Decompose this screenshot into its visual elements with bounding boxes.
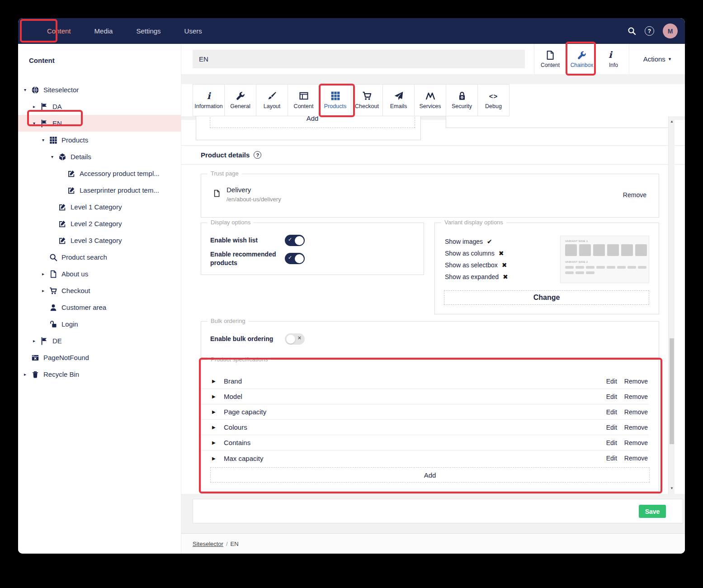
search-icon[interactable] — [628, 27, 636, 35]
remove-link[interactable]: Remove — [624, 439, 648, 446]
tree-item-products[interactable]: ▾Products — [18, 132, 181, 148]
tree-item-laserprinter-product-tem[interactable]: Laserprinter product tem... — [18, 182, 181, 199]
bulk-ordering-legend: Bulk ordering — [208, 318, 249, 324]
add-button-clipped[interactable]: Add — [210, 116, 415, 128]
tree-item-label: EN — [52, 119, 62, 127]
tree-item-level-2-category[interactable]: Level 2 Category — [18, 215, 181, 232]
preview-pill — [596, 266, 605, 269]
tree-item-accessory-product-templ[interactable]: Accessory product templ... — [18, 165, 181, 182]
tree-caret-right-icon[interactable]: ▸ — [33, 104, 40, 109]
topnav-item-content[interactable]: Content — [35, 18, 83, 44]
tree-item-login[interactable]: Login — [18, 316, 181, 332]
editor-app-content[interactable]: Content — [534, 44, 566, 74]
tree-item-siteselector[interactable]: ▾Siteselector — [18, 81, 181, 98]
tree-caret-down-icon[interactable]: ▾ — [24, 87, 31, 92]
expand-caret-icon[interactable]: ▶ — [212, 440, 216, 445]
tree-caret-right-icon[interactable]: ▸ — [33, 338, 40, 343]
editor-app-info[interactable]: iInfo — [598, 44, 629, 74]
tab-information[interactable]: iInformation — [193, 84, 225, 116]
toggle-enable-bulk-ordering[interactable]: ✕ — [285, 333, 305, 345]
breadcrumb-current: EN — [231, 541, 239, 547]
tree-item-checkout[interactable]: ▸Checkout — [18, 282, 181, 299]
help-icon[interactable] — [645, 26, 654, 36]
tree-item-about-us[interactable]: ▸About us — [18, 266, 181, 282]
expand-caret-icon[interactable]: ▶ — [212, 425, 216, 430]
tree-item-de[interactable]: ▸DE — [18, 332, 181, 349]
edit-link[interactable]: Edit — [606, 393, 617, 400]
question-icon[interactable] — [254, 151, 261, 159]
tab-services[interactable]: Services — [414, 84, 446, 116]
expand-caret-icon[interactable]: ▶ — [212, 409, 216, 414]
scrollbar-thumb[interactable] — [670, 338, 674, 444]
scroll-up-arrow[interactable]: ▲ — [669, 120, 675, 123]
tab-layout[interactable]: Layout — [256, 84, 288, 116]
tree-item-product-search[interactable]: Product search — [18, 249, 181, 266]
tab-content[interactable]: Content — [288, 84, 320, 116]
tree-item-en[interactable]: ▾EN — [18, 115, 181, 132]
tab-debug[interactable]: <>Debug — [477, 84, 510, 116]
tree-item-customer-area[interactable]: Customer area — [18, 299, 181, 316]
tree-item-label: Laserprinter product tem... — [80, 186, 159, 194]
specification-name: Colours — [224, 423, 247, 431]
tree-caret-right-icon[interactable]: ▸ — [42, 271, 49, 276]
save-button[interactable]: Save — [639, 505, 666, 518]
editor-app-chainbox[interactable]: Chainbox — [566, 44, 598, 74]
globe-icon — [31, 86, 39, 94]
avatar[interactable]: M — [663, 24, 678, 38]
tree-item-label: Accessory product templ... — [80, 170, 160, 177]
tree-item-level-1-category[interactable]: Level 1 Category — [18, 199, 181, 215]
remove-link[interactable]: Remove — [624, 393, 648, 400]
tab-products[interactable]: Products — [319, 84, 351, 116]
vertical-scrollbar[interactable]: ▲ ▼ — [668, 116, 675, 494]
tree-caret-right-icon[interactable]: ▸ — [42, 288, 49, 293]
tree-caret-right-icon[interactable]: ▸ — [24, 372, 31, 377]
tree-caret-down-icon[interactable]: ▾ — [42, 138, 49, 142]
topnav-item-users[interactable]: Users — [173, 18, 214, 44]
tree-item-level-3-category[interactable]: Level 3 Category — [18, 232, 181, 249]
expand-caret-icon[interactable]: ▶ — [212, 394, 216, 399]
expand-caret-icon[interactable]: ▶ — [212, 456, 216, 461]
tab-checkout[interactable]: Checkout — [351, 84, 383, 116]
remove-link[interactable]: Remove — [624, 424, 648, 431]
tree-item-label: Siteselector — [43, 86, 79, 94]
info-icon: i — [609, 50, 618, 60]
edit-link[interactable]: Edit — [606, 455, 617, 462]
tab-general[interactable]: General — [224, 84, 256, 116]
remove-link[interactable]: Remove — [624, 455, 648, 462]
flag-icon — [40, 119, 48, 128]
tab-emails[interactable]: Emails — [382, 84, 415, 116]
breadcrumb-root-link[interactable]: Siteselector — [193, 541, 223, 547]
remove-link[interactable]: Remove — [624, 378, 648, 385]
actions-dropdown[interactable]: Actions — [641, 55, 674, 63]
edit-link[interactable]: Edit — [606, 408, 617, 416]
topnav-item-media[interactable]: Media — [83, 18, 125, 44]
editor-app-label: Info — [609, 62, 618, 68]
tree-item-pagenotfound[interactable]: PageNotFound — [18, 349, 181, 366]
expand-caret-icon[interactable]: ▶ — [212, 379, 216, 384]
tree-caret-down-icon[interactable]: ▾ — [33, 121, 40, 126]
preview-pill — [576, 266, 584, 269]
edit-icon — [67, 186, 75, 194]
editor-app-buttons: ContentChainboxiInfo — [534, 44, 629, 74]
tab-security[interactable]: Security — [446, 84, 478, 116]
change-button[interactable]: Change — [444, 290, 649, 305]
toggle-enable-wish-list[interactable]: ✓ — [285, 235, 305, 246]
topnav-item-settings[interactable]: Settings — [124, 18, 172, 44]
edit-link[interactable]: Edit — [606, 424, 617, 431]
edit-link[interactable]: Edit — [606, 378, 617, 385]
add-specification-button[interactable]: Add — [210, 467, 650, 483]
flag-icon — [40, 337, 48, 345]
scroll-down-arrow[interactable]: ▼ — [669, 487, 675, 490]
trust-page-remove-button[interactable]: Remove — [623, 191, 646, 199]
tree-item-da[interactable]: ▸DA — [18, 98, 181, 115]
editor-header: ContentChainboxiInfo Actions — [181, 44, 685, 74]
tab-label: Services — [420, 103, 441, 109]
edit-link[interactable]: Edit — [606, 439, 617, 446]
remove-link[interactable]: Remove — [624, 408, 648, 416]
node-name-input[interactable] — [193, 50, 525, 68]
tree-item-recycle-bin[interactable]: ▸Recycle Bin — [18, 366, 181, 383]
tree-item-details[interactable]: ▾Details — [18, 148, 181, 165]
cart-icon — [362, 91, 372, 101]
tree-caret-down-icon[interactable]: ▾ — [51, 154, 58, 159]
toggle-enable-recommended-products[interactable]: ✓ — [285, 253, 305, 264]
